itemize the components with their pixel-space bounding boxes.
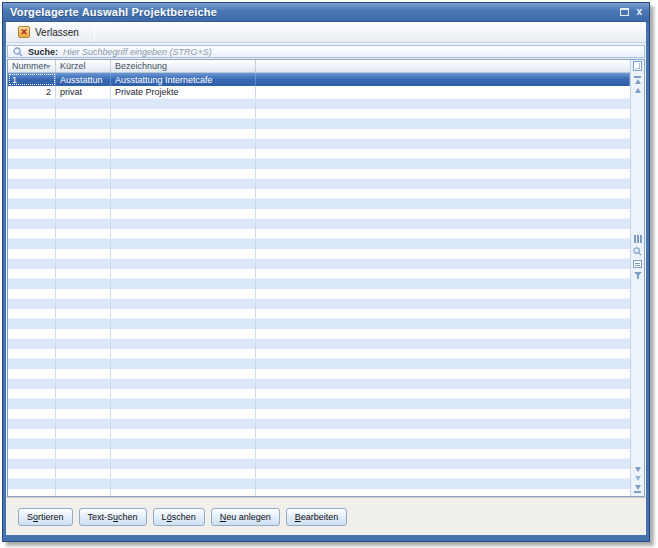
table-row[interactable]: 2privatPrivate Projekte	[8, 86, 630, 99]
empty-table-row	[8, 449, 630, 459]
scroll-to-top-icon[interactable]	[634, 75, 641, 86]
empty-table-row	[8, 359, 630, 369]
column-header-filler	[256, 60, 630, 72]
neu-anlegen-button[interactable]: Neu anlegen	[211, 508, 280, 526]
empty-table-row	[8, 269, 630, 279]
verlassen-label: Verlassen	[35, 27, 79, 38]
empty-table-row	[8, 399, 630, 409]
empty-table-row	[8, 199, 630, 209]
dialog-window: Vorgelagerte Auswahl Projektbereiche x ✕…	[2, 2, 650, 542]
empty-table-row	[8, 319, 630, 329]
text-suchen-button[interactable]: Text-Suchen	[79, 508, 147, 526]
empty-table-row	[8, 239, 630, 249]
footer-button-bar: Sortieren Text-Suchen Löschen Neu anlege…	[6, 497, 646, 535]
projects-grid: Nummer Kürzel Bezeichnung 1AusstattunAus…	[7, 59, 645, 497]
close-button[interactable]: x	[636, 7, 642, 17]
empty-table-row	[8, 249, 630, 259]
grid-header: Nummer Kürzel Bezeichnung	[8, 60, 630, 73]
empty-table-row	[8, 379, 630, 389]
bearbeiten-button[interactable]: Bearbeiten	[286, 508, 348, 526]
content-area: Suche: Hier Suchbegriff eingeben (STRG+S…	[6, 43, 646, 497]
scroll-up-icon[interactable]	[635, 88, 641, 93]
window-bottom-edge	[3, 535, 649, 541]
scroll-to-bottom-icon[interactable]	[634, 483, 641, 494]
empty-table-row	[8, 469, 630, 479]
empty-table-row	[8, 299, 630, 309]
grid-body: 1AusstattunAusstattung Internetcafe2priv…	[8, 73, 630, 496]
column-header-nummer[interactable]: Nummer	[8, 60, 56, 72]
column-header-bezeichnung[interactable]: Bezeichnung	[111, 60, 256, 72]
pin-icon[interactable]	[634, 235, 642, 243]
window-title: Vorgelagerte Auswahl Projektbereiche	[10, 6, 217, 18]
empty-table-row	[8, 159, 630, 169]
verlassen-button[interactable]: ✕ Verlassen	[10, 23, 87, 41]
empty-table-row	[8, 139, 630, 149]
empty-table-row	[8, 329, 630, 339]
strip-search-icon[interactable]	[633, 247, 642, 256]
empty-table-row	[8, 369, 630, 379]
toolbar: ✕ Verlassen	[6, 22, 646, 43]
grid-side-strip	[630, 60, 644, 496]
restore-button[interactable]	[620, 8, 629, 16]
scroll-drag-icon[interactable]	[635, 476, 641, 481]
empty-table-row	[8, 489, 630, 496]
loeschen-button[interactable]: Löschen	[153, 508, 205, 526]
empty-table-row	[8, 109, 630, 119]
filter-icon[interactable]	[634, 272, 642, 276]
card-view-icon[interactable]	[633, 260, 642, 268]
empty-table-row	[8, 419, 630, 429]
search-input[interactable]: Hier Suchbegriff eingeben (STRG+S)	[63, 47, 212, 57]
empty-table-row	[8, 479, 630, 489]
empty-table-row	[8, 169, 630, 179]
empty-table-row	[8, 179, 630, 189]
empty-table-row	[8, 189, 630, 199]
strip-middle-icons	[633, 235, 642, 276]
column-chooser-icon[interactable]	[633, 61, 642, 71]
column-header-kuerzel[interactable]: Kürzel	[56, 60, 111, 72]
sort-descending-icon	[45, 65, 51, 69]
empty-table-row	[8, 339, 630, 349]
toolbar-separator	[94, 24, 95, 41]
search-icon	[13, 47, 23, 57]
strip-bottom-icons	[634, 465, 641, 494]
empty-table-row	[8, 409, 630, 419]
empty-table-row	[8, 349, 630, 359]
empty-table-row	[8, 229, 630, 239]
empty-table-row	[8, 99, 630, 109]
table-row[interactable]: 1AusstattunAusstattung Internetcafe	[8, 73, 630, 86]
search-label: Suche:	[28, 47, 58, 57]
scroll-down-icon[interactable]	[635, 467, 641, 472]
grid-main: Nummer Kürzel Bezeichnung 1AusstattunAus…	[8, 60, 630, 496]
empty-table-row	[8, 129, 630, 139]
search-bar[interactable]: Suche: Hier Suchbegriff eingeben (STRG+S…	[7, 45, 645, 58]
empty-table-row	[8, 149, 630, 159]
empty-table-row	[8, 119, 630, 129]
screen: Vorgelagerte Auswahl Projektbereiche x ✕…	[0, 0, 658, 548]
empty-table-row	[8, 289, 630, 299]
window-controls: x	[620, 7, 642, 17]
empty-table-row	[8, 259, 630, 269]
empty-table-row	[8, 439, 630, 449]
sortieren-button[interactable]: Sortieren	[18, 508, 73, 526]
empty-table-row	[8, 429, 630, 439]
empty-table-row	[8, 209, 630, 219]
empty-table-row	[8, 279, 630, 289]
empty-table-row	[8, 309, 630, 319]
empty-table-row	[8, 459, 630, 469]
exit-icon: ✕	[18, 26, 30, 38]
empty-table-row	[8, 389, 630, 399]
empty-table-row	[8, 219, 630, 229]
title-bar[interactable]: Vorgelagerte Auswahl Projektbereiche x	[3, 3, 649, 22]
